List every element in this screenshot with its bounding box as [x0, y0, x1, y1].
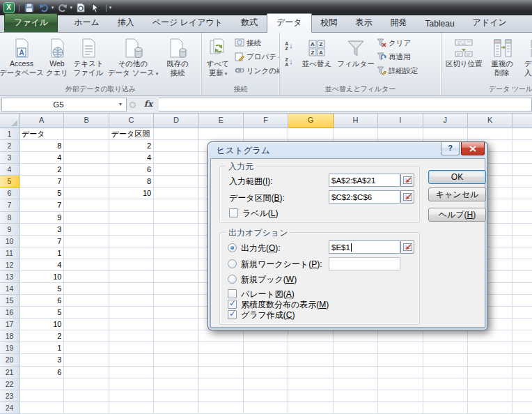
new-workbook-radio[interactable] [228, 275, 237, 284]
cell-E21[interactable] [199, 367, 244, 378]
select-all-corner[interactable] [0, 114, 19, 128]
cell-I20[interactable] [378, 354, 423, 366]
cell-D15[interactable] [154, 295, 198, 307]
cell-D17[interactable] [154, 319, 198, 330]
cell-C18[interactable] [109, 330, 154, 342]
cell-K24[interactable] [468, 402, 513, 414]
cell-A3[interactable]: 4 [19, 152, 64, 164]
row-header-14[interactable]: 14 [0, 283, 19, 295]
cell-E1[interactable] [199, 128, 244, 140]
ok-button[interactable]: OK [428, 170, 486, 184]
cell-F24[interactable] [244, 402, 288, 414]
cell-B17[interactable] [64, 319, 109, 330]
tab-review[interactable]: 校閲 [312, 14, 347, 32]
cell-B1[interactable] [64, 128, 109, 140]
row-header-21[interactable]: 21 [0, 367, 19, 378]
row-header-3[interactable]: 3 [0, 152, 19, 164]
cell-B13[interactable] [64, 271, 109, 283]
cell-B24[interactable] [64, 402, 109, 414]
cell-H22[interactable] [334, 378, 378, 390]
data-validation-button[interactable]: データの 入力規則 [519, 34, 532, 84]
cell-B15[interactable] [64, 295, 109, 307]
dialog-close-button[interactable] [461, 142, 485, 155]
refresh-all-button[interactable]: すべて 更新▾ [203, 34, 233, 84]
cell-K18[interactable] [468, 330, 513, 342]
cell-partial-10[interactable] [513, 236, 532, 247]
column-header-J[interactable]: J [423, 114, 468, 128]
cell-A22[interactable] [19, 378, 64, 390]
cell-C13[interactable] [109, 271, 154, 283]
cell-C20[interactable] [109, 354, 154, 366]
undo-icon[interactable] [38, 2, 50, 14]
web-query-button[interactable]: Web クエリ [42, 34, 72, 84]
cell-I24[interactable] [378, 402, 423, 414]
row-header-8[interactable]: 8 [0, 212, 19, 224]
cell-G1[interactable] [288, 128, 333, 140]
cell-B6[interactable] [64, 187, 109, 199]
cell-D6[interactable] [154, 187, 198, 199]
cell-A16[interactable]: 5 [19, 307, 64, 319]
cell-A17[interactable]: 10 [19, 319, 64, 330]
cell-F21[interactable] [244, 367, 288, 378]
cell-F18[interactable] [244, 330, 288, 342]
row-header-1[interactable]: 1 [0, 128, 19, 140]
cell-B22[interactable] [64, 378, 109, 390]
undo-dropdown-icon[interactable]: ▾ [52, 5, 54, 10]
help-button[interactable]: ヘルプ(H) [428, 208, 486, 222]
column-header-K[interactable]: K [468, 114, 513, 128]
cell-J1[interactable] [423, 128, 468, 140]
cell-J19[interactable] [423, 342, 468, 354]
print-preview-icon[interactable] [75, 2, 87, 14]
cell-partial-13[interactable] [513, 271, 532, 283]
cell-partial-18[interactable] [513, 330, 532, 342]
cell-D22[interactable] [154, 378, 198, 390]
row-header-18[interactable]: 18 [0, 330, 19, 342]
cell-B4[interactable] [64, 164, 109, 176]
cell-D11[interactable] [154, 247, 198, 259]
tab-data[interactable]: データ [267, 13, 312, 33]
cell-D16[interactable] [154, 307, 198, 319]
row-header-11[interactable]: 11 [0, 247, 19, 259]
sort-ascending-button[interactable]: AZ ↓ [281, 38, 297, 53]
cell-F22[interactable] [244, 378, 288, 390]
cell-I18[interactable] [378, 330, 423, 342]
cell-A21[interactable]: 6 [19, 367, 64, 378]
cell-C24[interactable] [109, 402, 154, 414]
cell-A8[interactable]: 9 [19, 212, 64, 224]
cell-partial-24[interactable] [513, 402, 532, 414]
cell-G21[interactable] [288, 367, 333, 378]
cell-D2[interactable] [154, 140, 198, 152]
cell-C16[interactable] [109, 307, 154, 319]
cell-B16[interactable] [64, 307, 109, 319]
cell-partial-7[interactable] [513, 199, 532, 211]
cell-B3[interactable] [64, 152, 109, 164]
cell-B9[interactable] [64, 224, 109, 236]
cell-H23[interactable] [334, 390, 378, 402]
cell-G24[interactable] [288, 402, 333, 414]
cell-H1[interactable] [334, 128, 378, 140]
output-range-field[interactable]: $E$1 [329, 240, 400, 254]
text-file-button[interactable]: テキスト ファイル [72, 34, 105, 84]
cell-A10[interactable]: 7 [19, 236, 64, 247]
cell-C10[interactable] [109, 236, 154, 247]
name-box[interactable]: G5 ▼ [1, 98, 127, 112]
cell-partial-15[interactable] [513, 295, 532, 307]
filter-button[interactable]: フィルター [336, 34, 375, 84]
other-data-sources-button[interactable]: その他の データ ソース▾ [105, 34, 161, 84]
cell-D8[interactable] [154, 212, 198, 224]
cell-A4[interactable]: 2 [19, 164, 64, 176]
cell-G20[interactable] [288, 354, 333, 366]
row-header-13[interactable]: 13 [0, 271, 19, 283]
cell-J23[interactable] [423, 390, 468, 402]
cell-partial-9[interactable] [513, 224, 532, 236]
cell-I23[interactable] [378, 390, 423, 402]
cell-C11[interactable] [109, 247, 154, 259]
cell-C3[interactable]: 4 [109, 152, 154, 164]
cell-C7[interactable] [109, 199, 154, 211]
cell-A23[interactable] [19, 390, 64, 402]
cell-partial-8[interactable] [513, 212, 532, 224]
cell-K23[interactable] [468, 390, 513, 402]
cell-B21[interactable] [64, 367, 109, 378]
cell-E24[interactable] [199, 402, 244, 414]
redo-icon[interactable] [56, 2, 68, 14]
